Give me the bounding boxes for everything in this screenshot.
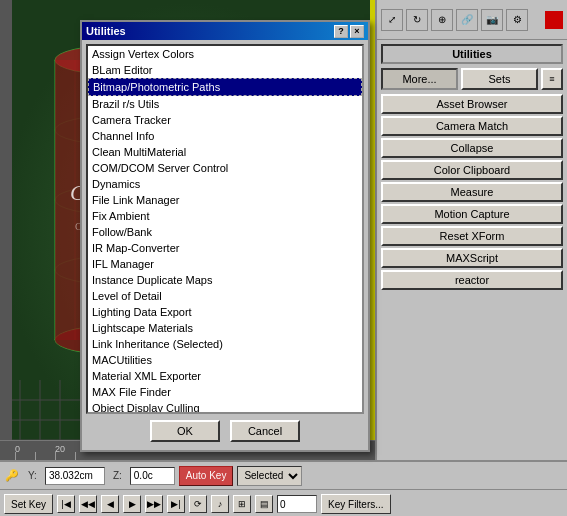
list-item-selected[interactable]: Bitmap/Photometric Paths [88, 78, 362, 96]
dialog-content: Assign Vertex Colors BLam Editor Bitmap/… [82, 40, 368, 450]
ruler-label-20: 20 [55, 444, 65, 454]
maxscript-button[interactable]: MAXScript [381, 248, 563, 268]
color-clipboard-button[interactable]: Color Clipboard [381, 160, 563, 180]
reset-xform-button[interactable]: Reset XForm [381, 226, 563, 246]
next-key-button[interactable]: ▶▶ [145, 495, 163, 513]
list-item[interactable]: Assign Vertex Colors [88, 46, 362, 62]
utilities-controls-row: More... Sets ≡ [381, 68, 563, 90]
tick-2 [55, 452, 56, 460]
scale-icon[interactable]: ⊕ [431, 9, 453, 31]
tick-3 [75, 452, 76, 460]
collapse-button[interactable]: Collapse [381, 138, 563, 158]
list-item[interactable]: Dynamics [88, 176, 362, 192]
list-item[interactable]: Instance Duplicate Maps [88, 272, 362, 288]
loop-icon[interactable]: ⟳ [189, 495, 207, 513]
list-item[interactable]: Fix Ambient [88, 208, 362, 224]
list-item[interactable]: Material XML Exporter [88, 368, 362, 384]
config-icon[interactable]: ≡ [541, 68, 563, 90]
dialog-title: Utilities [86, 25, 126, 37]
camera-icon[interactable]: 📷 [481, 9, 503, 31]
left-axis-bar [0, 0, 12, 460]
sets-button[interactable]: Sets [461, 68, 538, 90]
list-item[interactable]: Link Inheritance (Selected) [88, 336, 362, 352]
list-item[interactable]: Follow/Bank [88, 224, 362, 240]
ok-button[interactable]: OK [150, 420, 220, 442]
motion-capture-button[interactable]: Motion Capture [381, 204, 563, 224]
set-key-button[interactable]: Set Key [4, 494, 53, 514]
list-item[interactable]: MACUtilities [88, 352, 362, 368]
utilities-panel: Utilities More... Sets ≡ Asset Browser C… [377, 40, 567, 296]
auto-key-button[interactable]: Auto Key [179, 466, 234, 486]
sound-icon[interactable]: ♪ [211, 495, 229, 513]
utilities-dialog: Utilities ? × Assign Vertex Colors BLam … [80, 20, 370, 452]
list-item[interactable]: Brazil r/s Utils [88, 96, 362, 112]
list-item[interactable]: Object Display Culling [88, 400, 362, 414]
asset-browser-button[interactable]: Asset Browser [381, 94, 563, 114]
list-item[interactable]: Level of Detail [88, 288, 362, 304]
tick-1 [35, 452, 36, 460]
link-icon[interactable]: 🔗 [456, 9, 478, 31]
reactor-button[interactable]: reactor [381, 270, 563, 290]
right-panel: ⤢ ↻ ⊕ 🔗 📷 ⚙ Utilities More... Sets ≡ Ass… [375, 0, 567, 460]
rotate-icon[interactable]: ↻ [406, 9, 428, 31]
list-item[interactable]: Camera Tracker [88, 112, 362, 128]
status-row-1: 🔑 Y: 38.032cm Z: 0.0c Auto Key Selected [0, 462, 567, 490]
panel-header: Utilities [381, 44, 563, 64]
tick-0 [15, 452, 16, 460]
list-item[interactable]: Lightscape Materials [88, 320, 362, 336]
dialog-titlebar: Utilities ? × [82, 22, 368, 40]
key-icon: 🔑 [4, 468, 20, 484]
selected-dropdown[interactable]: Selected [237, 466, 302, 486]
y-label: Y: [24, 469, 41, 482]
prev-frame-button[interactable]: |◀ [57, 495, 75, 513]
list-item[interactable]: Clean MultiMaterial [88, 144, 362, 160]
y-value: 38.032cm [45, 467, 105, 485]
z-label: Z: [109, 469, 126, 482]
mini-icon[interactable]: ▤ [255, 495, 273, 513]
list-item[interactable]: COM/DCOM Server Control [88, 160, 362, 176]
dialog-buttons: OK Cancel [86, 414, 364, 446]
list-item[interactable]: Lighting Data Export [88, 304, 362, 320]
play-forward-button[interactable]: ▶ [123, 495, 141, 513]
list-item[interactable]: MAX File Finder [88, 384, 362, 400]
frame-input[interactable] [277, 495, 317, 513]
dialog-title-buttons: ? × [334, 25, 364, 38]
status-row-2: Set Key |◀ ◀◀ ◀ ▶ ▶▶ ▶| ⟳ ♪ ⊞ ▤ Key Filt… [0, 490, 567, 516]
prev-key-button[interactable]: ◀◀ [79, 495, 97, 513]
status-bar: 🔑 Y: 38.032cm Z: 0.0c Auto Key Selected … [0, 460, 567, 516]
color-swatch[interactable] [545, 11, 563, 29]
play-back-button[interactable]: ◀ [101, 495, 119, 513]
list-item[interactable]: IFL Manager [88, 256, 362, 272]
more-button[interactable]: More... [381, 68, 458, 90]
camera-match-button[interactable]: Camera Match [381, 116, 563, 136]
close-button[interactable]: × [350, 25, 364, 38]
right-toolbar: ⤢ ↻ ⊕ 🔗 📷 ⚙ [377, 0, 567, 40]
help-button[interactable]: ? [334, 25, 348, 38]
timebar-icon[interactable]: ⊞ [233, 495, 251, 513]
list-item[interactable]: File Link Manager [88, 192, 362, 208]
settings-icon[interactable]: ⚙ [506, 9, 528, 31]
key-filters-button[interactable]: Key Filters... [321, 494, 391, 514]
cancel-button[interactable]: Cancel [230, 420, 300, 442]
measure-button[interactable]: Measure [381, 182, 563, 202]
utilities-listbox[interactable]: Assign Vertex Colors BLam Editor Bitmap/… [86, 44, 364, 414]
z-value: 0.0c [130, 467, 175, 485]
list-item[interactable]: Channel Info [88, 128, 362, 144]
list-item[interactable]: IR Map-Converter [88, 240, 362, 256]
next-frame-button[interactable]: ▶| [167, 495, 185, 513]
list-item[interactable]: BLam Editor [88, 62, 362, 78]
select-icon[interactable]: ⤢ [381, 9, 403, 31]
